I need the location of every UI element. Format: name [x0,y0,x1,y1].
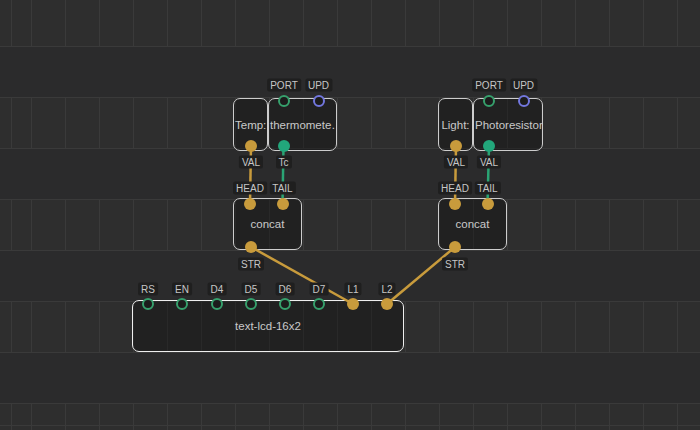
wire-concat-str-to-lcd-l2[interactable] [387,247,455,304]
pin-lcd-l2[interactable] [381,298,393,310]
pin-label-lcd-rs: RS [138,283,158,296]
pin-lcd-rs[interactable] [142,298,154,310]
pin-lcd-d6[interactable] [279,298,291,310]
pin-lcd-d4[interactable] [211,298,223,310]
pin-label-lcd-en: EN [172,283,192,296]
pin-label-lcd-d7: D7 [310,283,329,296]
pin-concat-right-str[interactable] [449,241,461,253]
pin-label-lcd-l2: L2 [378,283,395,296]
patch-canvas[interactable]: Temp: thermomete… Light: Photoresistor c… [0,0,700,430]
pin-thermometer-tc[interactable] [278,140,290,152]
pin-thermometer-upd[interactable] [313,95,325,107]
wires-layer [0,0,700,430]
pin-concat-left-str[interactable] [245,241,257,253]
pin-light-val[interactable] [450,140,462,152]
pin-concat-right-tail[interactable] [482,198,494,210]
wire-concat-str-to-lcd-l1[interactable] [251,247,353,304]
pin-temp-val[interactable] [245,140,257,152]
pin-label-lcd-d4: D4 [208,283,227,296]
pin-label-concat-right-head: HEAD [438,182,472,195]
pin-label-light-val: VAL [444,156,468,169]
pin-concat-left-head[interactable] [244,198,256,210]
pin-label-photoresistor-upd: UPD [510,79,537,92]
pin-photoresistor-val[interactable] [483,140,495,152]
pin-lcd-en[interactable] [176,298,188,310]
pin-label-concat-left-head: HEAD [233,182,267,195]
pin-photoresistor-port[interactable] [483,95,495,107]
pin-lcd-l1[interactable] [347,298,359,310]
pin-lcd-d7[interactable] [313,298,325,310]
pin-label-thermometer-upd: UPD [305,79,332,92]
pin-label-photoresistor-port: PORT [472,79,506,92]
pin-label-concat-left-str: STR [238,258,264,271]
pin-concat-left-tail[interactable] [277,198,289,210]
pin-label-lcd-d6: D6 [276,283,295,296]
pin-label-temp-val: VAL [239,156,263,169]
pin-label-lcd-d5: D5 [242,283,261,296]
pin-label-lcd-l1: L1 [344,283,361,296]
pin-concat-right-head[interactable] [449,198,461,210]
pin-label-thermometer-tc: Tc [276,156,292,169]
pin-label-concat-right-tail: TAIL [474,182,500,195]
pin-label-concat-left-tail: TAIL [269,182,295,195]
pin-label-concat-right-str: STR [442,258,468,271]
pin-thermometer-port[interactable] [278,95,290,107]
pin-label-thermometer-port: PORT [267,79,301,92]
pin-photoresistor-upd[interactable] [518,95,530,107]
pin-lcd-d5[interactable] [245,298,257,310]
pin-label-photoresistor-val: VAL [477,156,501,169]
